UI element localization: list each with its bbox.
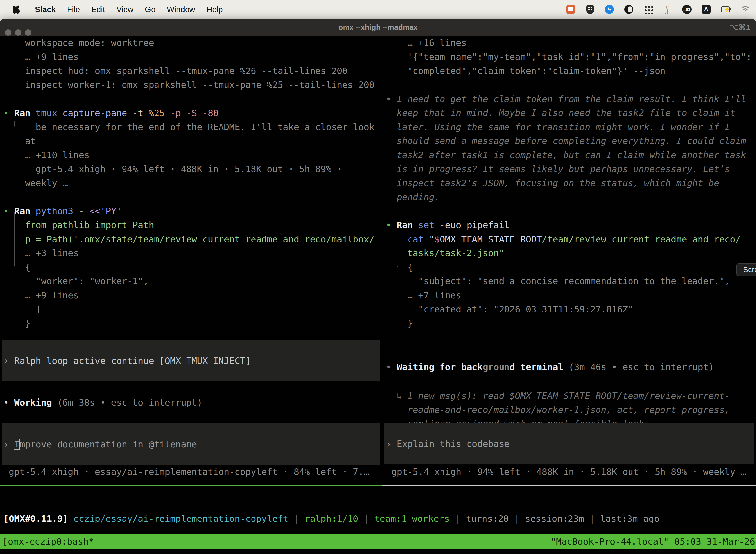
code-line: from pathlib import Path: [3, 218, 154, 232]
badge-61-icon[interactable]: ..61: [682, 5, 692, 14]
output-line: }: [386, 316, 413, 330]
terminal-line: workspace_mode: worktree: [3, 36, 154, 50]
output-line: gpt-5.4 xhigh · 94% left · 488K in · 5.1…: [3, 162, 342, 176]
pane-divider[interactable]: [382, 36, 382, 486]
left-pane[interactable]: workspace_mode: worktree … +9 lines insp…: [0, 36, 382, 486]
terminal-line: inspect_hud: omx sparkshell --tmux-pane …: [3, 64, 348, 78]
output-line: "subject": "send a concise recommendatio…: [386, 274, 730, 288]
omx-version: [OMX#0.11.9]: [3, 513, 68, 524]
tmux-host-clock: "MacBook-Pro-44.local" 05:03 31-Mar-26: [551, 535, 756, 549]
output-line: at: [3, 134, 36, 148]
thinking-line: should send a message before completing …: [386, 134, 746, 148]
menu-app-name[interactable]: Slack: [29, 0, 62, 19]
omx-team-workers: team:1 workers: [375, 513, 450, 524]
ran-command-line: • Ran python3 - <<'PY': [3, 204, 122, 218]
bullet-icon: •: [386, 220, 397, 230]
shield-grid-icon[interactable]: [585, 5, 595, 14]
output-line: }: [3, 316, 30, 330]
omx-project-path: cczip/essay/ai-reimplementation-copyleft: [68, 513, 289, 524]
right-pane[interactable]: … +16 lines '{"team_name":"my-team","tas…: [382, 36, 756, 486]
output-line: {: [3, 260, 30, 274]
menu-go[interactable]: Go: [139, 0, 161, 19]
prompt-input[interactable]: › Improve documentation in @filename: [2, 423, 380, 465]
text-input-source-icon[interactable]: A: [701, 5, 711, 14]
menu-edit[interactable]: Edit: [85, 0, 111, 19]
output-line: '{"team_name":"my-team","task_id":"1","f…: [386, 50, 752, 64]
window-title: omx --xhigh --madmax: [0, 19, 756, 36]
output-line: "worker": "worker-1",: [3, 274, 148, 288]
menu-help[interactable]: Help: [201, 0, 229, 19]
prompt-input[interactable]: › Explain this codebase: [384, 423, 754, 464]
thinking-line: • I need to get the claim token from the…: [386, 92, 746, 106]
chevron-prompt-icon: ›: [3, 439, 14, 449]
model-status-line: gpt-5.4 xhigh · 94% left · 488K in · 5.1…: [386, 465, 746, 479]
code-line: p = Path('.omx/state/team/review-current…: [3, 232, 375, 246]
ralph-loop-banner: › Ralph loop active continue [OMX_TMUX_I…: [2, 340, 380, 382]
thinking-line: keep that in mind. Maybe I also need the…: [386, 106, 736, 120]
menubar: Slack File Edit View Go Window Help ϟ ʃ …: [0, 0, 756, 19]
bullet-icon: •: [386, 94, 397, 104]
thinking-line: task2 after task1 is complete, but can I…: [386, 148, 746, 162]
tmux-session-name: [omx-cczip0:bash*: [0, 535, 94, 549]
grid-dots-icon[interactable]: [643, 5, 653, 14]
output-line: "created_at": "2026-03-31T11:59:27.816Z": [386, 302, 633, 316]
omx-ralph-count: ralph:1/10: [305, 513, 359, 524]
thinking-line: inspect task2's JSON, focusing on the st…: [386, 176, 719, 190]
mailbox-message-line: ↳ 1 new msg(s): read $OMX_TEAM_STATE_ROO…: [386, 389, 730, 403]
menu-file[interactable]: File: [62, 0, 86, 19]
command-line: tasks/task-2.json": [386, 246, 504, 260]
window-shortcut: ⌥⌘1: [730, 19, 750, 36]
waiting-status-line: • Waiting for background terminal (3m 46…: [386, 360, 714, 374]
messenger-icon[interactable]: ϟ: [605, 5, 614, 14]
omx-last-activity: last:3m ago: [600, 513, 659, 524]
thinking-line: is in progress? It seems likely but perh…: [386, 162, 730, 176]
terminal-line: inspect_worker-1: omx sparkshell --tmux-…: [3, 78, 375, 92]
menu-view[interactable]: View: [111, 0, 139, 19]
output-line: ]: [3, 302, 41, 316]
screen-capture-tooltip: Scre: [736, 263, 756, 276]
output-line: {: [386, 260, 413, 274]
thinking-line: later. Using the same for transition mig…: [386, 120, 730, 134]
chevron-prompt-icon: ›: [386, 439, 397, 449]
output-line: weekly …: [3, 176, 68, 190]
ran-command-line: • Ran set -euo pipefail: [386, 218, 510, 232]
battery-icon[interactable]: [721, 5, 730, 14]
truncation-line: … +9 lines: [3, 288, 79, 302]
window-titlebar[interactable]: omx --xhigh --madmax ⌥⌘1: [0, 19, 756, 36]
model-status-line: gpt-5.4 xhigh · essay/ai-reimplementatio…: [3, 465, 369, 479]
active-pane-border: [0, 486, 382, 486]
mailbox-message-line: readme-and-reco/mailbox/worker-1.json, a…: [386, 403, 730, 417]
menu-window[interactable]: Window: [161, 0, 201, 19]
terminal-window: omx --xhigh --madmax ⌥⌘1 workspace_mode:…: [0, 19, 756, 554]
omx-turns: turns:20: [466, 513, 509, 524]
truncation-line: … +110 lines: [3, 148, 89, 162]
ran-command-line: • Ran tmux capture-pane -t %25 -p -S -80: [3, 106, 218, 120]
omx-session-time: session:23m: [525, 513, 584, 524]
tmux-status-bar: [omx-cczip0:bash* "MacBook-Pro-44.local"…: [0, 535, 756, 549]
squiggle-icon[interactable]: ʃ: [663, 5, 672, 14]
output-line: "completed","claim_token":"claim-token"}…: [386, 64, 666, 78]
truncation-line: … +7 lines: [386, 288, 461, 302]
inactive-pane-border: [382, 486, 756, 486]
working-status-line: • Working (6m 38s • esc to interrupt): [3, 395, 202, 409]
chat-app-icon[interactable]: [566, 5, 575, 14]
text-cursor: I: [14, 439, 19, 449]
bullet-icon: •: [3, 206, 14, 216]
bullet-icon: •: [386, 362, 397, 372]
chevron-prompt-icon: ›: [3, 356, 14, 366]
bullet-icon: •: [3, 397, 14, 407]
thinking-line: pending.: [386, 190, 440, 204]
command-line: cat "$OMX_TEAM_STATE_ROOT/team/review-cu…: [386, 232, 741, 246]
truncation-line: … +16 lines: [386, 36, 466, 50]
wifi-icon[interactable]: [740, 5, 750, 14]
output-line: be necessary for the end of the README. …: [3, 120, 375, 134]
truncation-line: … +3 lines: [3, 246, 79, 260]
truncation-line: … +9 lines: [3, 50, 79, 64]
bullet-icon: •: [3, 108, 14, 118]
apple-icon[interactable]: [13, 4, 21, 14]
contrast-icon[interactable]: [624, 5, 633, 14]
omx-status-bar: [OMX#0.11.9] cczip/essay/ai-reimplementa…: [3, 511, 659, 526]
